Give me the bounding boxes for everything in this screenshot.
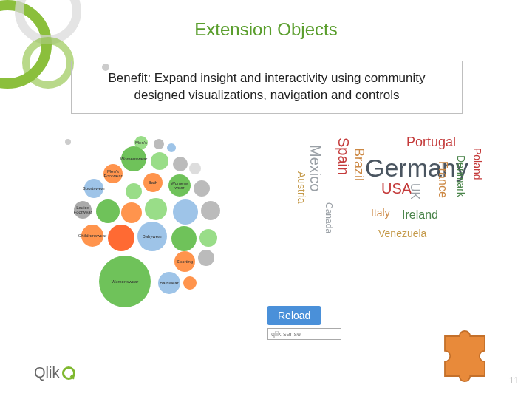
bubble-item [167,143,176,152]
bubble-item: Sportswear [84,179,103,198]
bubble-item [108,225,134,251]
bubble-item [171,226,197,251]
bubble-item [154,139,164,149]
bubble-item [126,183,142,200]
tag-item: Canada [324,202,334,233]
tag-item: Spain [335,137,352,175]
bubble-item [173,200,198,225]
page-number: 11 [509,375,519,386]
visualization-row: Men'sWomenswearMen's FootwearSportswearB… [64,132,502,309]
bubble-item: Sporting [174,251,195,272]
bubble-item [121,202,142,223]
bubble-item: Womenswear [99,256,151,307]
bubble-item [189,163,201,174]
brand-logo-icon [62,366,75,380]
tag-item: Ireland [402,208,438,222]
bubble-item [201,201,220,220]
benefit-callout: Benefit: Expand insight and interactivit… [71,61,463,114]
bubble-item: Childrenswear [81,225,103,247]
tag-item: Austria [296,171,307,204]
tag-item: Venezuela [378,228,426,239]
bubble-item [145,198,167,220]
reload-button[interactable]: Reload [267,306,321,325]
bubble-item [173,157,188,171]
puzzle-piece-icon [432,316,498,383]
bubble-item: Womenswear [121,146,146,171]
tag-item: Brazil [351,148,366,181]
tag-cloud: PortugalSpainMexicoBrazilAustriaGermanyU… [269,132,502,309]
reload-group: Reload qlik sense [267,306,341,340]
tag-item: Portugal [406,134,456,150]
tag-item: UK [408,183,421,200]
bubble-item: Ladies Footwear [74,201,92,219]
bubble-item: Bathwear [158,272,180,294]
tag-item: Italy [371,207,390,219]
tag-item: France [436,161,449,198]
bubble-item: Babywear [137,222,167,251]
bubble-item: Womens wear [168,174,191,197]
bubble-item [183,276,197,290]
tag-item: Poland [471,148,483,180]
brand-logo-text: Qlik [34,364,59,381]
bubble-item: Men's Footwear [103,164,123,183]
bubble-item [200,229,217,247]
bubble-chart: Men'sWomenswearMen's FootwearSportswearB… [64,132,256,309]
bubble-item [151,152,168,170]
brand-logo: Qlik [34,364,75,381]
bubble-item: Bath [143,173,163,192]
bubble-item [194,180,210,197]
tag-item: Denmark [455,155,467,197]
tag-item: Mexico [307,145,324,191]
bubble-item [96,200,120,223]
reload-input[interactable]: qlik sense [267,328,341,340]
tag-item: USA [381,180,412,197]
bubble-item [198,250,214,266]
tag-item: Germany [365,154,468,183]
page-title: Extension Objects [0,19,532,40]
